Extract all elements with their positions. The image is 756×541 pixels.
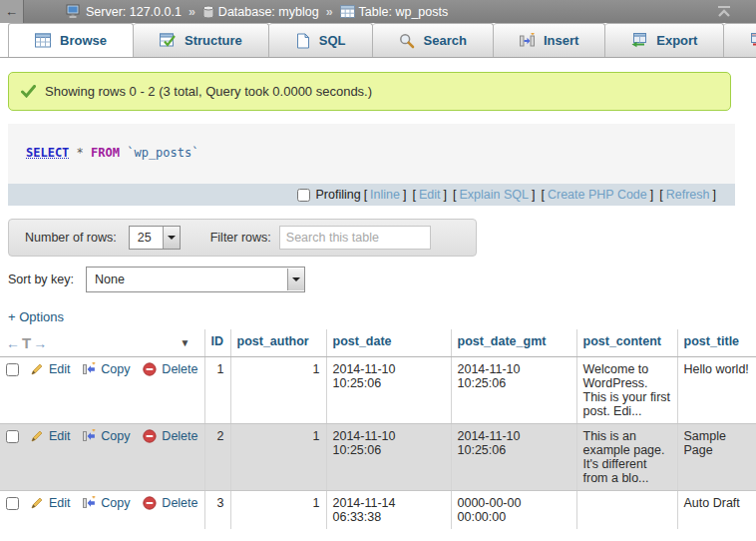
server-icon (66, 4, 82, 19)
breadcrumb-server[interactable]: Server: 127.0.0.1 (66, 4, 182, 19)
column-header-post-date[interactable]: post_date (326, 329, 451, 357)
header-dropdown-caret[interactable]: ▼ (181, 337, 190, 348)
cell-id: 3 (204, 491, 230, 530)
tab-import[interactable]: Import (724, 23, 756, 57)
profiling-checkbox[interactable] (297, 189, 310, 202)
tab-browse[interactable]: Browse (8, 23, 134, 57)
cell-post-date: 2014-11-10 10:25:06 (326, 424, 451, 491)
tab-export[interactable]: Export (605, 23, 724, 57)
row-checkbox[interactable] (6, 363, 19, 376)
delete-icon (143, 362, 157, 376)
cell-post-date: 2014-11-14 06:33:38 (326, 491, 451, 530)
cell-post-content: This is an example page. It's different … (576, 424, 677, 491)
edit-query-link[interactable]: Edit (419, 188, 441, 202)
bracket: [ (453, 188, 456, 202)
copy-icon (83, 496, 96, 510)
filter-rows-label: Filter rows: (210, 231, 271, 245)
nav-tee-icon[interactable]: T (22, 334, 31, 351)
column-header-post-date-gmt[interactable]: post_date_gmt (451, 329, 576, 357)
tab-structure[interactable]: Structure (134, 23, 269, 57)
tab-label: Browse (60, 33, 107, 48)
column-header-post-content[interactable]: post_content (576, 329, 677, 357)
inline-link[interactable]: Inline (370, 188, 400, 202)
bracket: ] (713, 188, 716, 202)
sql-table-name: `wp_posts` (127, 146, 198, 160)
tab-insert[interactable]: Insert (494, 23, 605, 57)
sort-by-key-select[interactable]: None (86, 267, 305, 292)
table-row: Edit Copy Delete 2 1 2014-11-10 10:25:06… (0, 424, 756, 491)
query-box: SELECT * FROM `wp_posts` Profiling [ Inl… (8, 124, 735, 206)
sql-icon (295, 33, 310, 49)
cell-post-author: 1 (230, 491, 326, 530)
bracket: [ (364, 188, 367, 202)
column-header-id[interactable]: ID (204, 329, 230, 357)
bracket: ] (532, 188, 535, 202)
sort-row: Sort by key: None (8, 267, 756, 292)
edit-row-link[interactable]: Edit (49, 429, 71, 443)
row-actions: Edit Copy Delete (6, 429, 198, 443)
column-nav-controls[interactable]: ← T → (6, 334, 47, 351)
sql-query: SELECT * FROM `wp_posts` (8, 124, 735, 184)
success-message-text: Showing rows 0 - 2 (3 total, Query took … (45, 84, 372, 99)
copy-row-link[interactable]: Copy (101, 429, 130, 443)
nav-left-arrow[interactable]: ← (6, 335, 20, 351)
number-of-rows-value: 25 (130, 231, 160, 245)
profiling-label: Profiling (315, 188, 360, 202)
delete-row-link[interactable]: Delete (162, 429, 197, 443)
nav-right-arrow[interactable]: → (33, 335, 47, 351)
column-header-post-title[interactable]: post_title (677, 329, 756, 357)
cell-post-title: Sample Page (677, 424, 756, 491)
chevron-down-icon (292, 277, 300, 281)
bracket: ] (403, 188, 406, 202)
edit-row-link[interactable]: Edit (49, 362, 71, 376)
number-of-rows-select[interactable]: 25 (129, 226, 181, 250)
success-message: Showing rows 0 - 2 (3 total, Query took … (8, 72, 731, 111)
cell-id: 1 (204, 357, 230, 424)
cell-post-date-gmt: 2014-11-10 10:25:06 (451, 424, 576, 491)
tab-bar: Browse Structure SQL Search Insert Expor… (0, 23, 756, 58)
create-php-code-link[interactable]: Create PHP Code (548, 188, 647, 202)
pencil-icon (30, 429, 44, 443)
cell-post-content (576, 491, 677, 530)
delete-row-link[interactable]: Delete (162, 362, 197, 376)
row-checkbox[interactable] (6, 430, 19, 443)
explain-sql-link[interactable]: Explain SQL (459, 188, 528, 202)
tab-search[interactable]: Search (373, 23, 494, 57)
tab-label: SQL (319, 33, 346, 48)
back-arrow-button[interactable]: ← (0, 0, 24, 23)
row-checkbox[interactable] (6, 497, 19, 510)
bracket: ] (650, 188, 653, 202)
copy-icon (83, 362, 96, 376)
sort-by-key-value: None (87, 272, 133, 286)
collapse-top-icon[interactable] (716, 5, 732, 18)
cell-post-title: Auto Draft (677, 491, 756, 530)
cell-post-date: 2014-11-10 10:25:06 (326, 357, 451, 424)
row-actions: Edit Copy Delete (6, 496, 198, 510)
edit-row-link[interactable]: Edit (49, 496, 71, 510)
options-toggle-link[interactable]: + Options (8, 309, 756, 324)
tab-sql[interactable]: SQL (269, 23, 373, 57)
refresh-link[interactable]: Refresh (666, 188, 710, 202)
delete-row-link[interactable]: Delete (162, 496, 197, 510)
actions-header: ← T → ▼ (0, 329, 204, 357)
filter-rows-input[interactable] (279, 226, 431, 250)
breadcrumb: Server: 127.0.0.1 » Database: myblog » T… (66, 4, 448, 19)
copy-row-link[interactable]: Copy (101, 362, 130, 376)
copy-row-link[interactable]: Copy (101, 496, 130, 510)
select-dropdown-button[interactable] (163, 227, 180, 249)
breadcrumb-table[interactable]: Table: wp_posts (340, 5, 449, 19)
delete-icon (143, 429, 157, 443)
table-icon (340, 5, 355, 18)
breadcrumb-separator: » (189, 5, 195, 19)
import-icon (750, 33, 756, 48)
tab-label: Insert (544, 33, 578, 48)
tab-label: Search (424, 33, 467, 48)
table-body: Edit Copy Delete 1 1 2014-11-10 10:25:06… (0, 357, 756, 530)
number-of-rows-label: Number of rows: (25, 231, 117, 245)
profiling-bar: Profiling [ Inline ] [ Edit ] [ Explain … (8, 184, 735, 206)
select-dropdown-button[interactable] (287, 269, 304, 290)
structure-icon (160, 33, 176, 48)
check-icon (21, 85, 36, 98)
breadcrumb-database[interactable]: Database: myblog (202, 5, 319, 19)
column-header-post-author[interactable]: post_author (230, 329, 326, 357)
